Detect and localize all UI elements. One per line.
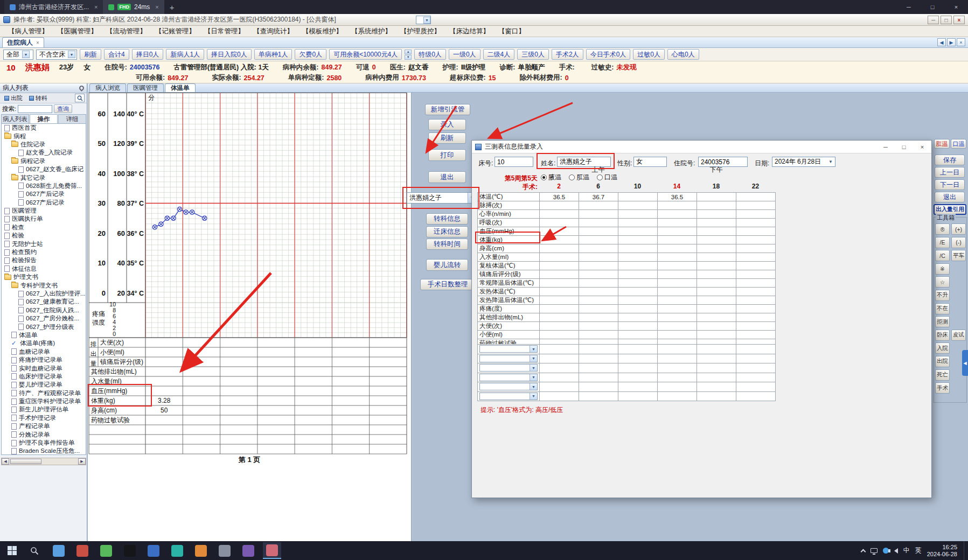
toolbar-button[interactable]: 合计4: [104, 49, 129, 60]
dialog-value-cell[interactable]: [618, 382, 658, 392]
dialog-value-cell[interactable]: [697, 296, 736, 305]
dialog-value-cell[interactable]: [540, 391, 579, 401]
toolbar-button[interactable]: 择日0人: [132, 49, 164, 60]
dialog-value-cell[interactable]: [697, 270, 736, 279]
browser-maximize-button[interactable]: □: [921, 0, 944, 14]
dialog-value-cell[interactable]: [658, 244, 697, 253]
dialog-value-cell[interactable]: [540, 313, 579, 322]
dialog-value-cell[interactable]: [618, 322, 658, 331]
menubar-item[interactable]: 【查询统计】: [249, 26, 297, 37]
dialog-value-cell[interactable]: [697, 288, 736, 296]
dialog-value-cell[interactable]: [736, 322, 776, 331]
menubar-item[interactable]: 【日常管理】: [200, 26, 248, 37]
toolbox-button[interactable]: /E: [935, 237, 950, 248]
tree-item[interactable]: 血糖记录单: [2, 348, 86, 356]
spin-up-icon[interactable]: ▲: [405, 50, 412, 54]
toolbox-button[interactable]: (-): [951, 237, 966, 248]
new-drain-button[interactable]: 新增引流管: [425, 104, 470, 115]
item-select-combo[interactable]: ▼: [479, 383, 538, 390]
dialog-value-cell[interactable]: [618, 363, 658, 373]
dialog-value-cell[interactable]: [736, 244, 776, 253]
date-combo[interactable]: 2024年 6月28日▼: [772, 157, 835, 167]
dialog-value-cell[interactable]: [736, 354, 776, 363]
tree-item[interactable]: 病程: [2, 132, 86, 140]
dialog-value-cell[interactable]: [579, 363, 618, 373]
dialog-titlebar[interactable]: 三测表信息批量录入 ─ □ ×: [472, 141, 931, 153]
browser-close-button[interactable]: ×: [944, 0, 968, 14]
toolbar-button[interactable]: 特级0人: [414, 49, 446, 60]
tree-item[interactable]: 护理文书: [2, 273, 86, 281]
dialog-value-cell[interactable]: [697, 382, 736, 392]
dialog-value-cell[interactable]: [697, 193, 736, 201]
oral-temp-button[interactable]: 口温: [951, 139, 966, 149]
tree-item[interactable]: 赵文香_入院记录: [2, 149, 86, 157]
dialog-value-cell[interactable]: [579, 253, 618, 262]
tree-item[interactable]: 实时血糖记录单: [2, 364, 86, 372]
dialog-value-cell[interactable]: [697, 354, 736, 363]
tree-item[interactable]: 检验报告: [2, 256, 86, 264]
dialog-value-cell[interactable]: [540, 236, 579, 244]
tree-item[interactable]: 其它记录: [2, 173, 86, 181]
dialog-value-cell[interactable]: 36.7: [579, 193, 618, 201]
browser-minimize-button[interactable]: ─: [897, 0, 921, 14]
dialog-value-cell[interactable]: [736, 313, 776, 322]
dialog-value-cell[interactable]: [579, 296, 618, 305]
toolbox-button[interactable]: 不在: [935, 303, 950, 314]
toolbox-button[interactable]: 卧床: [935, 330, 950, 341]
dialog-value-cell[interactable]: [697, 373, 736, 382]
dialog-value-cell[interactable]: [736, 193, 776, 201]
tree-item[interactable]: 0628新生儿免费筛...: [2, 182, 86, 190]
toolbox-button[interactable]: 平车: [951, 250, 966, 261]
scroll-left-icon[interactable]: ◀: [2, 458, 9, 465]
dialog-value-cell[interactable]: 36.5: [658, 193, 697, 201]
dialog-value-cell[interactable]: [540, 322, 579, 331]
dialog-minimize-button[interactable]: ─: [876, 141, 895, 153]
dialog-value-cell[interactable]: [658, 279, 697, 288]
dialog-value-cell[interactable]: [658, 345, 697, 354]
dialog-value-cell[interactable]: [579, 219, 618, 227]
dialog-value-cell[interactable]: [697, 331, 736, 339]
titlebar-combo[interactable]: ▼: [416, 16, 431, 24]
tree-item[interactable]: 0627产后记录: [2, 199, 86, 207]
dialog-value-cell[interactable]: [618, 244, 658, 253]
bed-filter-combo[interactable]: 不含空床▼: [36, 50, 77, 60]
item-select-combo[interactable]: ▼: [479, 355, 538, 362]
dialog-value-cell[interactable]: [540, 296, 579, 305]
tree-item[interactable]: 手术护理记录: [2, 414, 86, 422]
baby-flow-button[interactable]: 婴儿流转: [426, 259, 468, 271]
toolbox-button[interactable]: (+): [951, 223, 966, 235]
tree-item[interactable]: 专科护理文书: [2, 281, 86, 289]
taskbar-search-icon[interactable]: [24, 541, 45, 560]
dialog-value-cell[interactable]: [540, 288, 579, 296]
dialog-value-cell[interactable]: [658, 270, 697, 279]
dialog-value-cell[interactable]: [579, 345, 618, 354]
dialog-value-cell[interactable]: [697, 236, 736, 244]
dialog-value-cell[interactable]: [579, 210, 618, 219]
bed-move-button[interactable]: 迁床信息: [426, 226, 468, 237]
refresh-button[interactable]: 刷新: [428, 132, 466, 144]
toolbox-button[interactable]: 出院: [935, 356, 950, 367]
dialog-value-cell[interactable]: [658, 354, 697, 363]
tree-item[interactable]: 检查预约: [2, 248, 86, 256]
document-editor-icon[interactable]: [144, 542, 163, 559]
item-select-combo[interactable]: ▼: [479, 374, 538, 381]
toolbar-button[interactable]: 过敏0人: [633, 49, 665, 60]
dialog-value-cell[interactable]: [540, 345, 579, 354]
dialog-value-cell[interactable]: [579, 382, 618, 392]
prev-day-button[interactable]: 上一日: [935, 167, 965, 178]
dialog-value-cell[interactable]: [618, 236, 658, 244]
menubar-item[interactable]: 【床边结算】: [445, 26, 493, 37]
dialog-value-cell[interactable]: [579, 322, 618, 331]
dialog-value-cell[interactable]: [658, 296, 697, 305]
tree-item[interactable]: 0627_产房分娩检...: [2, 314, 86, 323]
dialog-value-cell[interactable]: [697, 253, 736, 262]
dialog-value-cell[interactable]: [579, 288, 618, 296]
start-button[interactable]: [0, 541, 24, 560]
toolbox-button[interactable]: 皮试: [951, 330, 966, 341]
panel-tab-操作[interactable]: 操作: [30, 114, 58, 123]
tree-item[interactable]: 医嘱执行单: [2, 215, 86, 223]
exit-chart-button[interactable]: 退出: [428, 171, 466, 183]
scroll-right-icon[interactable]: ▶: [78, 458, 86, 465]
dialog-value-cell[interactable]: [618, 296, 658, 305]
messaging-app-icon[interactable]: [97, 542, 115, 559]
